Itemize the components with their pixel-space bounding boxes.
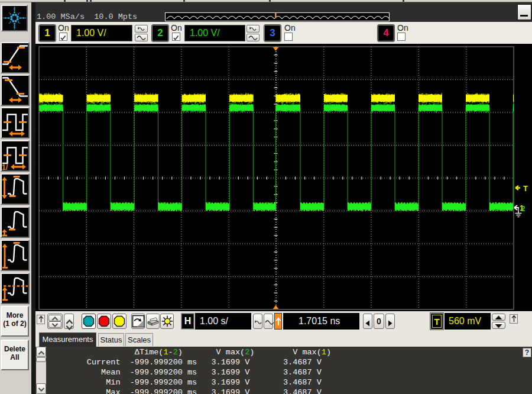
svg-text:T: T	[523, 184, 528, 193]
svg-text:1/: 1/	[2, 163, 8, 170]
svg-text:2: 2	[521, 205, 525, 213]
